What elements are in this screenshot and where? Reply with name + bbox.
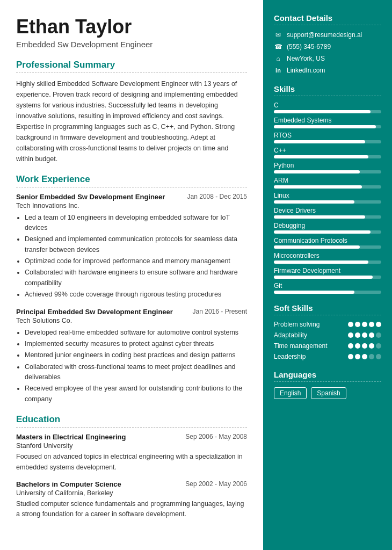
left-panel: Ethan Taylor Embedded Sw Development Eng…: [0, 0, 263, 550]
contact-heading: Contact Details: [274, 13, 381, 23]
dot: [362, 354, 367, 359]
skill-name: Git: [274, 282, 381, 290]
skill-item: ARM: [274, 177, 381, 189]
soft-skill-item: Problem solving: [274, 321, 381, 328]
soft-skills-list: Problem solvingAdaptabilityTime manageme…: [274, 321, 381, 360]
skill-name: Device Drivers: [274, 207, 381, 214]
right-panel: Contact Details ✉ support@resumedesign.a…: [263, 0, 392, 550]
dot: [348, 322, 353, 327]
language-tag: Spanish: [311, 387, 346, 399]
email-icon: ✉: [274, 31, 282, 39]
soft-skill-item: Time management: [274, 342, 381, 350]
edu-1-desc: Focused on advanced topics in electrical…: [16, 452, 247, 473]
skill-item: Firmware Development: [274, 267, 381, 279]
soft-skills-heading: Soft Skills: [274, 303, 381, 313]
skill-bar-background: [274, 140, 381, 143]
list-item: Optimized code for improved performance …: [25, 256, 247, 266]
list-item: Mentored junior engineers in coding best…: [25, 350, 247, 360]
edu-2-degree: Bachelors in Computer Science: [16, 480, 121, 488]
contact-location: ⌂ NewYork, US: [274, 54, 381, 63]
skill-name: C: [274, 102, 381, 109]
skill-bar-fill: [274, 215, 365, 219]
job-2-company: Tech Solutions Co.: [16, 317, 247, 324]
dots-container: [348, 343, 381, 349]
dot: [355, 343, 360, 349]
dot: [369, 322, 374, 327]
skill-name: Communication Protocols: [274, 237, 381, 244]
languages-list: EnglishSpanish: [274, 387, 381, 399]
skill-bar-fill: [274, 260, 368, 264]
job-2-dates: Jan 2016 - Present: [193, 308, 247, 315]
dot: [369, 332, 374, 338]
skill-item: C++: [274, 147, 381, 158]
job-1-company: Tech Innovations Inc.: [16, 202, 247, 209]
dot: [348, 343, 353, 349]
dot: [376, 322, 381, 327]
skill-bar-fill: [274, 140, 365, 143]
contact-linkedin: in LinkedIn.com: [274, 66, 381, 75]
skill-bar-background: [274, 260, 381, 264]
skill-bar-background: [274, 110, 381, 113]
skill-item: Embedded Systems: [274, 117, 381, 128]
contact-email: ✉ support@resumedesign.ai: [274, 31, 381, 39]
soft-skill-name: Adaptability: [274, 331, 307, 339]
work-heading: Work Experience: [16, 174, 247, 185]
dot: [362, 343, 367, 349]
skill-bar-background: [274, 185, 381, 189]
job-1-title: Senior Embedded Sw Development Engineer: [16, 193, 165, 201]
edu-1-school: Stanford University: [16, 442, 247, 450]
skill-bar-fill: [274, 125, 376, 128]
skill-name: Embedded Systems: [274, 117, 381, 124]
edu-2: Bachelors in Computer Science Sep 2002 -…: [16, 480, 247, 520]
soft-skills-divider: [274, 315, 381, 315]
skill-bar-background: [274, 170, 381, 173]
soft-skill-item: Leadership: [274, 353, 381, 360]
dots-container: [348, 332, 381, 338]
dot: [369, 354, 374, 359]
edu-1: Masters in Electrical Engineering Sep 20…: [16, 433, 247, 473]
dot: [376, 332, 381, 338]
skill-name: Linux: [274, 192, 381, 199]
candidate-name: Ethan Taylor: [16, 16, 247, 38]
list-item: Developed real-time embedded software fo…: [25, 328, 247, 338]
dot: [376, 354, 381, 359]
list-item: Collaborated with hardware engineers to …: [25, 267, 247, 288]
soft-skill-name: Time management: [274, 342, 328, 350]
contact-divider: [274, 25, 381, 25]
dots-container: [348, 322, 381, 327]
contact-location-text: NewYork, US: [287, 55, 325, 62]
job-2-bullets: Developed real-time embedded software fo…: [16, 328, 247, 405]
skill-item: C: [274, 102, 381, 113]
skill-bar-background: [274, 200, 381, 204]
candidate-title: Embedded Sw Development Engineer: [16, 40, 247, 49]
skill-bar-background: [274, 125, 381, 128]
skill-bar-background: [274, 215, 381, 219]
list-item: Implemented security measures to protect…: [25, 339, 247, 349]
skill-item: Linux: [274, 192, 381, 204]
edu-1-degree: Masters in Electrical Engineering: [16, 433, 126, 441]
contact-phone-text: (555) 345-6789: [287, 43, 331, 50]
edu-1-dates: Sep 2006 - May 2008: [185, 433, 247, 440]
dot: [348, 332, 353, 338]
languages-divider: [274, 381, 381, 382]
job-1-bullets: Led a team of 10 engineers in developing…: [16, 213, 247, 300]
skill-bar-background: [274, 155, 381, 158]
edu-2-school: University of California, Berkeley: [16, 489, 247, 497]
dot: [376, 343, 381, 349]
contact-linkedin-text: LinkedIn.com: [287, 67, 325, 74]
work-divider: [16, 187, 247, 187]
skill-name: Firmware Development: [274, 267, 381, 274]
skill-item: Debugging: [274, 222, 381, 234]
edu-2-desc: Studied computer science fundamentals an…: [16, 499, 247, 520]
dot: [362, 332, 367, 338]
list-item: Led a team of 10 engineers in developing…: [25, 213, 247, 234]
skill-name: RTOS: [274, 132, 381, 139]
education-heading: Education: [16, 414, 247, 425]
skill-bar-background: [274, 245, 381, 249]
skill-name: Python: [274, 162, 381, 169]
summary-heading: Professional Summary: [16, 60, 247, 70]
list-item: Collaborated with cross-functional teams…: [25, 362, 247, 383]
skill-bar-fill: [274, 245, 360, 249]
phone-icon: ☎: [274, 42, 282, 51]
skills-heading: Skills: [274, 84, 381, 93]
